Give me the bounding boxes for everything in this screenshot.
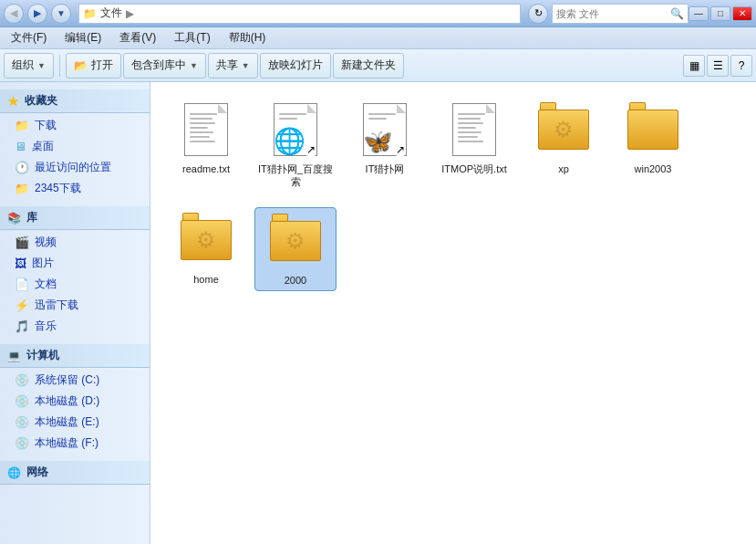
- include-lib-arrow: ▼: [190, 61, 198, 70]
- back-button[interactable]: ◀: [4, 4, 24, 24]
- sidebar-item-desktop[interactable]: 🖥 桌面: [0, 136, 150, 157]
- sidebar-item-2345[interactable]: 📁 2345下载: [0, 178, 150, 199]
- minimize-button[interactable]: —: [689, 6, 709, 21]
- txt-icon-readme: [184, 103, 228, 156]
- ie-shortcut-arrow: ↗: [306, 143, 316, 156]
- menu-bar: 文件(F) 编辑(E) 查看(V) 工具(T) 帮助(H): [0, 27, 756, 49]
- sidebar-item-e[interactable]: 💿 本地磁盘 (E:): [0, 412, 150, 433]
- gear-icon-home: ⚙: [196, 227, 216, 253]
- file-area: readme.txt 🌐 ↗ IT猎扑网_百度搜索: [150, 82, 756, 544]
- folder-body-2000: ⚙: [270, 221, 321, 261]
- drive-e-icon: 💿: [15, 415, 29, 429]
- view-mode-button[interactable]: ▦: [683, 55, 705, 77]
- file-item-2000[interactable]: ⚙ 2000: [254, 207, 337, 291]
- thunder-icon: ⚡: [15, 298, 29, 312]
- favorites-title: 收藏夹: [25, 93, 57, 109]
- sidebar-item-video-label: 视频: [35, 235, 57, 250]
- help-button[interactable]: ?: [730, 55, 752, 77]
- favorites-section: ★ 收藏夹 📁 下载 🖥 桌面 🕐 最近访问的位置 📁 2345下载: [0, 89, 150, 199]
- address-text: 文件: [100, 5, 122, 21]
- txt-icon-itmop: [452, 103, 496, 156]
- sidebar-item-d[interactable]: 💿 本地磁盘 (D:): [0, 391, 150, 412]
- menu-tools[interactable]: 工具(T): [171, 28, 213, 47]
- network-icon: 🌐: [7, 466, 21, 479]
- file-icon-home: ⚙: [177, 211, 235, 269]
- file-icon-win2003: [624, 100, 682, 159]
- sidebar-item-music-label: 音乐: [35, 319, 57, 334]
- computer-header: 💻 计算机: [0, 344, 150, 368]
- sidebar-item-d-label: 本地磁盘 (D:): [35, 393, 99, 409]
- new-folder-button[interactable]: 新建文件夹: [333, 53, 404, 78]
- folder-icon-xp: ⚙: [538, 110, 589, 150]
- search-icon: 🔍: [670, 7, 684, 20]
- computer-section: 💻 计算机 💿 系统保留 (C:) 💿 本地磁盘 (D:) 💿 本地磁盘 (E:…: [0, 344, 150, 454]
- ie-badge-baidu: 🌐: [274, 126, 306, 156]
- sidebar-item-pictures[interactable]: 🖼 图片: [0, 253, 150, 274]
- menu-view[interactable]: 查看(V): [116, 28, 160, 47]
- search-box[interactable]: 🔍: [552, 4, 689, 24]
- file-label-win2003: win2003: [635, 162, 672, 175]
- slideshow-button[interactable]: 放映幻灯片: [260, 53, 331, 78]
- sidebar-item-desktop-label: 桌面: [32, 139, 54, 154]
- up-button[interactable]: ▼: [51, 4, 71, 24]
- include-lib-button[interactable]: 包含到库中 ▼: [123, 53, 206, 78]
- gear-icon-2000: ⚙: [285, 228, 306, 254]
- folder-icon-win2003: [627, 110, 678, 150]
- star-icon: ★: [7, 94, 19, 109]
- sidebar-item-thunder[interactable]: ⚡ 迅雷下载: [0, 295, 150, 316]
- close-button[interactable]: ✕: [732, 6, 752, 21]
- sidebar-item-thunder-label: 迅雷下载: [35, 298, 78, 313]
- forward-button[interactable]: ▶: [27, 4, 47, 24]
- sidebar-item-2345-label: 2345下载: [35, 181, 81, 196]
- open-button[interactable]: 📂 打开: [66, 53, 121, 78]
- picture-icon: 🖼: [15, 256, 26, 270]
- clock-icon: 🕐: [15, 161, 29, 174]
- address-bar[interactable]: 📁 文件 ▶: [78, 4, 521, 24]
- menu-file[interactable]: 文件(F): [7, 28, 50, 47]
- file-item-xp[interactable]: ⚙ xp: [523, 97, 605, 193]
- sidebar-item-f[interactable]: 💿 本地磁盘 (F:): [0, 433, 150, 454]
- sidebar-item-recent[interactable]: 🕐 最近访问的位置: [0, 157, 150, 178]
- file-item-home[interactable]: ⚙ home: [165, 207, 247, 289]
- folder-icon: 📁: [83, 7, 97, 20]
- share-button[interactable]: 共享 ▼: [208, 53, 258, 78]
- view-list-button[interactable]: ☰: [707, 55, 729, 77]
- file-label-itmop: ITMOP说明.txt: [441, 162, 507, 175]
- file-icon-baidu: 🌐 ↗: [266, 100, 325, 159]
- butterfly-shortcut-arrow: ↗: [396, 143, 405, 156]
- folder-icon-home: ⚙: [181, 220, 232, 260]
- file-icon-itmop: [445, 100, 503, 159]
- sidebar-item-download[interactable]: 📁 下载: [0, 115, 150, 136]
- maximize-button[interactable]: □: [710, 6, 730, 21]
- title-bar-left: ◀ ▶ ▼ 📁 文件 ▶ ↻ 🔍: [4, 4, 689, 24]
- menu-edit[interactable]: 编辑(E): [61, 28, 105, 47]
- network-section: 🌐 网络: [0, 461, 150, 485]
- network-header: 🌐 网络: [0, 461, 150, 485]
- organize-button[interactable]: 组织 ▼: [4, 53, 54, 78]
- file-item-itliepu[interactable]: 🦋 ↗ IT猎扑网: [344, 97, 426, 193]
- folder-tab-win2003: [629, 102, 646, 110]
- sidebar-item-c[interactable]: 💿 系统保留 (C:): [0, 370, 150, 391]
- file-item-readme[interactable]: readme.txt: [165, 97, 247, 193]
- sidebar-item-video[interactable]: 🎬 视频: [0, 232, 150, 253]
- folder-icon-2345: 📁: [15, 182, 29, 195]
- sidebar-item-docs[interactable]: 📄 文档: [0, 274, 150, 295]
- file-item-baidu[interactable]: 🌐 ↗ IT猎扑网_百度搜索: [254, 97, 337, 193]
- file-item-itmop[interactable]: ITMOP说明.txt: [433, 97, 515, 193]
- file-label-baidu: IT猎扑网_百度搜索: [258, 162, 333, 189]
- file-item-win2003[interactable]: win2003: [612, 97, 694, 193]
- folder-tab-home: [182, 213, 199, 220]
- menu-help[interactable]: 帮助(H): [225, 28, 270, 47]
- computer-icon: 💻: [7, 350, 21, 362]
- favorites-header: ★ 收藏夹: [0, 89, 150, 113]
- search-input[interactable]: [556, 8, 670, 19]
- file-icon-2000: ⚙: [266, 212, 325, 270]
- gear-icon-xp: ⚙: [554, 117, 574, 142]
- drive-f-icon: 💿: [15, 436, 29, 450]
- sidebar-item-music[interactable]: 🎵 音乐: [0, 316, 150, 337]
- refresh-button[interactable]: ↻: [528, 4, 548, 24]
- title-bar: ◀ ▶ ▼ 📁 文件 ▶ ↻ 🔍 — □ ✕: [0, 0, 756, 27]
- library-title: 库: [26, 210, 37, 225]
- doc-icon: 📄: [15, 277, 29, 291]
- folder-body-home: ⚙: [181, 220, 232, 260]
